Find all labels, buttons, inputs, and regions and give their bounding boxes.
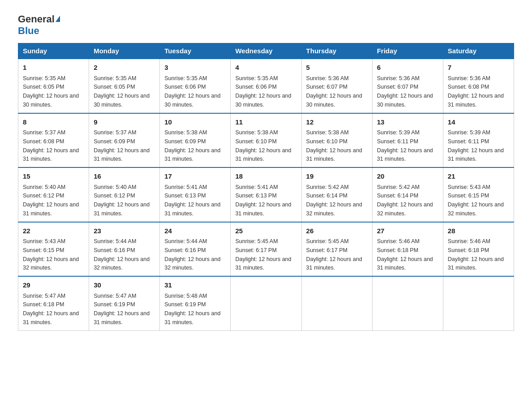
calendar-cell: 26 Sunrise: 5:45 AMSunset: 6:17 PMDaylig… [301, 222, 372, 277]
day-number: 27 [377, 226, 438, 236]
day-info: Sunrise: 5:38 AMSunset: 6:09 PMDaylight:… [164, 129, 220, 162]
calendar-cell: 16 Sunrise: 5:40 AMSunset: 6:12 PMDaylig… [89, 167, 160, 222]
day-info: Sunrise: 5:35 AMSunset: 6:05 PMDaylight:… [94, 75, 150, 108]
calendar-cell: 18 Sunrise: 5:41 AMSunset: 6:13 PMDaylig… [231, 167, 301, 222]
calendar-cell: 21 Sunrise: 5:43 AMSunset: 6:15 PMDaylig… [443, 167, 514, 222]
day-number: 9 [94, 117, 155, 128]
page-header: General Blue [18, 13, 514, 37]
day-info: Sunrise: 5:35 AMSunset: 6:06 PMDaylight:… [164, 75, 220, 108]
calendar-cell: 28 Sunrise: 5:46 AMSunset: 6:18 PMDaylig… [443, 222, 514, 277]
col-header-monday: Monday [89, 43, 160, 59]
calendar-week-row: 29 Sunrise: 5:47 AMSunset: 6:18 PMDaylig… [18, 276, 514, 330]
day-info: Sunrise: 5:40 AMSunset: 6:12 PMDaylight:… [23, 184, 79, 217]
day-info: Sunrise: 5:39 AMSunset: 6:11 PMDaylight:… [448, 129, 504, 162]
calendar-cell [443, 276, 514, 330]
calendar-week-row: 22 Sunrise: 5:43 AMSunset: 6:15 PMDaylig… [18, 222, 514, 277]
calendar-cell: 12 Sunrise: 5:38 AMSunset: 6:10 PMDaylig… [301, 113, 372, 168]
day-info: Sunrise: 5:44 AMSunset: 6:16 PMDaylight:… [164, 238, 220, 271]
col-header-saturday: Saturday [443, 43, 514, 59]
day-number: 26 [306, 226, 368, 236]
calendar-cell: 29 Sunrise: 5:47 AMSunset: 6:18 PMDaylig… [18, 276, 89, 330]
day-number: 1 [23, 63, 84, 73]
calendar-cell: 4 Sunrise: 5:35 AMSunset: 6:06 PMDayligh… [231, 59, 301, 113]
day-number: 11 [235, 117, 296, 128]
calendar-cell: 24 Sunrise: 5:44 AMSunset: 6:16 PMDaylig… [160, 222, 231, 277]
calendar-cell: 31 Sunrise: 5:48 AMSunset: 6:19 PMDaylig… [160, 276, 231, 330]
calendar-cell: 20 Sunrise: 5:42 AMSunset: 6:14 PMDaylig… [372, 167, 443, 222]
calendar-week-row: 1 Sunrise: 5:35 AMSunset: 6:05 PMDayligh… [18, 59, 514, 113]
calendar-cell: 17 Sunrise: 5:41 AMSunset: 6:13 PMDaylig… [160, 167, 231, 222]
col-header-wednesday: Wednesday [231, 43, 301, 59]
calendar-cell: 19 Sunrise: 5:42 AMSunset: 6:14 PMDaylig… [301, 167, 372, 222]
day-number: 18 [235, 171, 296, 182]
day-number: 7 [448, 63, 509, 73]
calendar-cell: 9 Sunrise: 5:37 AMSunset: 6:09 PMDayligh… [89, 113, 160, 168]
day-info: Sunrise: 5:46 AMSunset: 6:18 PMDaylight:… [377, 238, 433, 271]
calendar-header: SundayMondayTuesdayWednesdayThursdayFrid… [18, 43, 514, 59]
day-info: Sunrise: 5:47 AMSunset: 6:18 PMDaylight:… [23, 293, 79, 325]
day-number: 15 [23, 171, 84, 182]
day-info: Sunrise: 5:37 AMSunset: 6:09 PMDaylight:… [94, 129, 150, 162]
day-number: 22 [23, 226, 84, 236]
day-info: Sunrise: 5:43 AMSunset: 6:15 PMDaylight:… [23, 238, 79, 271]
day-info: Sunrise: 5:39 AMSunset: 6:11 PMDaylight:… [377, 129, 433, 162]
day-number: 19 [306, 171, 368, 182]
col-header-sunday: Sunday [18, 43, 89, 59]
days-of-week-row: SundayMondayTuesdayWednesdayThursdayFrid… [18, 43, 514, 59]
day-info: Sunrise: 5:36 AMSunset: 6:08 PMDaylight:… [448, 75, 504, 108]
day-info: Sunrise: 5:42 AMSunset: 6:14 PMDaylight:… [306, 184, 362, 217]
calendar-table: SundayMondayTuesdayWednesdayThursdayFrid… [18, 43, 514, 331]
day-number: 2 [94, 63, 155, 73]
calendar-cell: 8 Sunrise: 5:37 AMSunset: 6:08 PMDayligh… [18, 113, 89, 168]
calendar-cell: 15 Sunrise: 5:40 AMSunset: 6:12 PMDaylig… [18, 167, 89, 222]
day-number: 14 [448, 117, 509, 128]
calendar-cell: 30 Sunrise: 5:47 AMSunset: 6:19 PMDaylig… [89, 276, 160, 330]
day-number: 13 [377, 117, 438, 128]
col-header-tuesday: Tuesday [160, 43, 231, 59]
calendar-cell: 6 Sunrise: 5:36 AMSunset: 6:07 PMDayligh… [372, 59, 443, 113]
day-info: Sunrise: 5:46 AMSunset: 6:18 PMDaylight:… [448, 238, 504, 271]
calendar-cell: 23 Sunrise: 5:44 AMSunset: 6:16 PMDaylig… [89, 222, 160, 277]
day-number: 24 [164, 226, 226, 236]
day-number: 4 [235, 63, 296, 73]
day-info: Sunrise: 5:37 AMSunset: 6:08 PMDaylight:… [23, 129, 79, 162]
day-info: Sunrise: 5:41 AMSunset: 6:13 PMDaylight:… [235, 184, 291, 217]
calendar-cell: 7 Sunrise: 5:36 AMSunset: 6:08 PMDayligh… [443, 59, 514, 113]
day-number: 23 [94, 226, 155, 236]
calendar-cell: 1 Sunrise: 5:35 AMSunset: 6:05 PMDayligh… [18, 59, 89, 113]
calendar-cell: 27 Sunrise: 5:46 AMSunset: 6:18 PMDaylig… [372, 222, 443, 277]
day-number: 17 [164, 171, 226, 182]
day-number: 25 [235, 226, 296, 236]
day-number: 31 [164, 280, 226, 291]
day-info: Sunrise: 5:41 AMSunset: 6:13 PMDaylight:… [164, 184, 220, 217]
calendar-cell: 3 Sunrise: 5:35 AMSunset: 6:06 PMDayligh… [160, 59, 231, 113]
calendar-cell: 14 Sunrise: 5:39 AMSunset: 6:11 PMDaylig… [443, 113, 514, 168]
logo-general: General [18, 13, 60, 25]
col-header-friday: Friday [372, 43, 443, 59]
day-info: Sunrise: 5:40 AMSunset: 6:12 PMDaylight:… [94, 184, 150, 217]
day-info: Sunrise: 5:45 AMSunset: 6:17 PMDaylight:… [306, 238, 362, 271]
day-info: Sunrise: 5:42 AMSunset: 6:14 PMDaylight:… [377, 184, 433, 217]
calendar-cell: 11 Sunrise: 5:38 AMSunset: 6:10 PMDaylig… [231, 113, 301, 168]
day-number: 20 [377, 171, 438, 182]
calendar-body: 1 Sunrise: 5:35 AMSunset: 6:05 PMDayligh… [18, 59, 514, 330]
col-header-thursday: Thursday [301, 43, 372, 59]
day-info: Sunrise: 5:44 AMSunset: 6:16 PMDaylight:… [94, 238, 150, 271]
day-number: 16 [94, 171, 155, 182]
calendar-cell: 25 Sunrise: 5:45 AMSunset: 6:17 PMDaylig… [231, 222, 301, 277]
logo-triangle-icon [56, 16, 60, 22]
day-info: Sunrise: 5:36 AMSunset: 6:07 PMDaylight:… [306, 75, 362, 108]
day-info: Sunrise: 5:35 AMSunset: 6:05 PMDaylight:… [23, 75, 79, 108]
calendar-week-row: 8 Sunrise: 5:37 AMSunset: 6:08 PMDayligh… [18, 113, 514, 168]
day-number: 10 [164, 117, 226, 128]
day-number: 6 [377, 63, 438, 73]
calendar-cell: 22 Sunrise: 5:43 AMSunset: 6:15 PMDaylig… [18, 222, 89, 277]
calendar-cell: 13 Sunrise: 5:39 AMSunset: 6:11 PMDaylig… [372, 113, 443, 168]
day-info: Sunrise: 5:48 AMSunset: 6:19 PMDaylight:… [164, 293, 220, 325]
day-info: Sunrise: 5:38 AMSunset: 6:10 PMDaylight:… [306, 129, 362, 162]
day-info: Sunrise: 5:47 AMSunset: 6:19 PMDaylight:… [94, 293, 150, 325]
day-info: Sunrise: 5:38 AMSunset: 6:10 PMDaylight:… [235, 129, 291, 162]
calendar-cell [301, 276, 372, 330]
day-number: 5 [306, 63, 368, 73]
logo-blue: Blue [18, 25, 39, 36]
